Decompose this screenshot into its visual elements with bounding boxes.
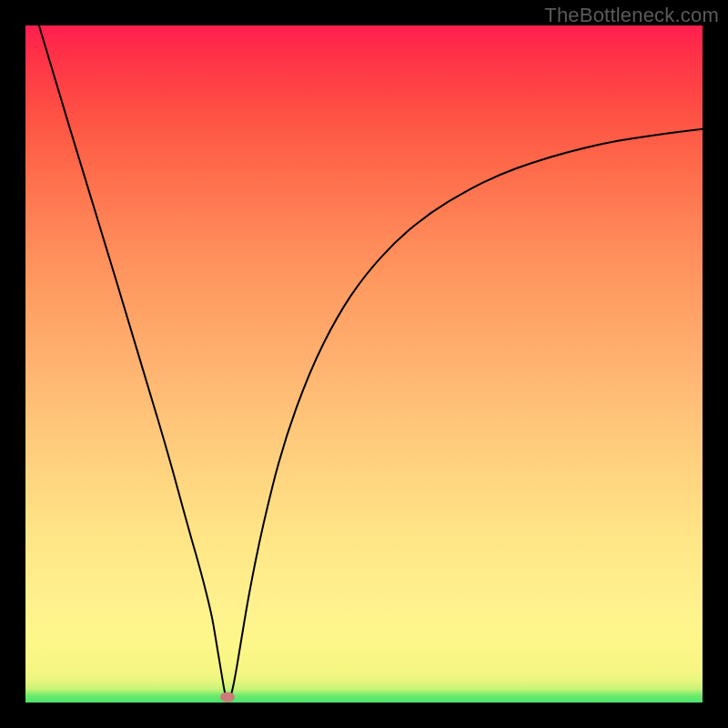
curve-svg (25, 25, 703, 703)
watermark-text: TheBottleneck.com (544, 4, 719, 27)
chart-frame: TheBottleneck.com (0, 0, 728, 728)
plot-area (25, 25, 703, 703)
bottleneck-curve (39, 25, 703, 701)
minimum-marker (220, 693, 235, 703)
